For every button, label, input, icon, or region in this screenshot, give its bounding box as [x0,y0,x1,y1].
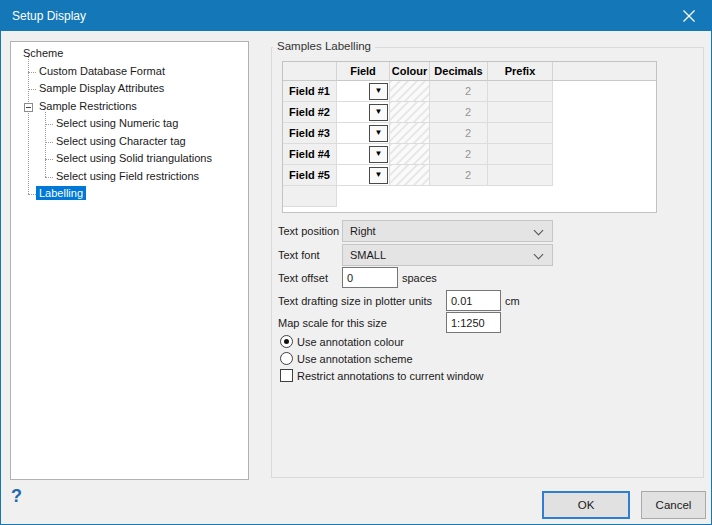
row-header: Field #4 [283,144,337,165]
chevron-down-icon [534,250,544,260]
tree-item-custom-database-format[interactable]: Custom Database Format [11,64,248,81]
colour-cell [390,165,430,186]
table-header-row: FieldColourDecimalsPrefix [283,62,656,81]
field-cell[interactable]: ▼ [337,165,390,186]
tree-item-select-using-character-tag[interactable]: Select using Character tag [11,134,248,151]
decimals-cell: 2 [430,165,488,186]
tree-item-label[interactable]: Select using Character tag [53,134,189,148]
tree-dash [45,159,53,160]
table-row: Field #4▼2 [283,144,656,165]
colour-cell [390,81,430,102]
colour-cell [390,123,430,144]
tree-dash [28,72,36,73]
use-annotation-scheme-radio[interactable] [280,352,293,365]
prefix-cell [488,144,553,165]
row-header: Field #2 [283,102,337,123]
tree-item-label[interactable]: Sample Restrictions [36,99,140,113]
close-button[interactable] [666,1,711,31]
colour-cell [390,144,430,165]
field-dropdown-button[interactable]: ▼ [369,146,388,163]
map-scale-label: Map scale for this size [278,317,387,329]
column-header [283,62,337,81]
table-row: Field #3▼2 [283,123,656,144]
tree-item-label[interactable]: Sample Display Attributes [36,81,167,95]
tree-item-label[interactable]: Custom Database Format [36,64,168,78]
tree-dash [45,177,53,178]
text-font-combobox[interactable]: SMALL [342,244,553,266]
close-icon [683,10,695,22]
tree-item-labelling[interactable]: Labelling [11,186,248,203]
decimals-cell: 2 [430,144,488,165]
map-scale-input[interactable] [446,312,501,333]
tree-item-select-using-numeric-tag[interactable]: Select using Numeric tag [11,116,248,133]
table-row: Field #1▼2 [283,81,656,102]
text-offset-input[interactable] [342,267,398,288]
scheme-tree-panel: SchemeCustom Database FormatSample Displ… [10,41,249,480]
table-row: Field #5▼2 [283,165,656,186]
text-offset-label: Text offset [278,272,328,284]
text-font-label: Text font [278,249,320,261]
tree-item-label[interactable]: Select using Numeric tag [53,116,181,130]
column-header: Colour [390,62,430,81]
text-offset-suffix: spaces [402,272,437,284]
text-position-value: Right [350,225,376,237]
fields-table[interactable]: FieldColourDecimalsPrefix Field #1▼2Fiel… [282,61,657,213]
table-row: Field #2▼2 [283,102,656,123]
text-position-combobox[interactable]: Right [342,220,553,242]
field-dropdown-button[interactable]: ▼ [369,104,388,121]
use-annotation-scheme-label[interactable]: Use annotation scheme [297,353,413,365]
prefix-cell [488,165,553,186]
tree-item-label[interactable]: Select using Field restrictions [53,169,202,183]
column-header: Field [337,62,390,81]
field-cell[interactable]: ▼ [337,81,390,102]
field-cell[interactable]: ▼ [337,102,390,123]
field-dropdown-button[interactable]: ▼ [369,83,388,100]
help-button[interactable]: ? [11,486,22,507]
ok-button[interactable]: OK [542,491,630,519]
tree-item-select-using-field-restrictions[interactable]: Select using Field restrictions [11,169,248,186]
tree-dash [45,124,53,125]
use-annotation-colour-radio[interactable] [280,335,293,348]
tree-item-label[interactable]: Scheme [20,46,66,60]
field-cell[interactable]: ▼ [337,144,390,165]
colour-cell [390,102,430,123]
titlebar: Setup Display [1,1,711,31]
field-dropdown-button[interactable]: ▼ [369,125,388,142]
column-header: Decimals [430,62,488,81]
chevron-down-icon [534,226,544,236]
table-stub-row [283,186,656,207]
prefix-cell [488,102,553,123]
prefix-cell [488,123,553,144]
tree-dash [28,194,36,195]
collapse-minus-icon[interactable] [24,103,33,112]
cancel-button[interactable]: Cancel [641,491,706,519]
field-cell[interactable]: ▼ [337,123,390,144]
drafting-size-label: Text drafting size in plotter units [278,295,432,307]
tree-item-label[interactable]: Labelling [36,186,86,200]
row-header: Field #5 [283,165,337,186]
window-title: Setup Display [1,9,86,23]
drafting-size-suffix: cm [505,295,520,307]
tree-item-sample-display-attributes[interactable]: Sample Display Attributes [11,81,248,98]
prefix-cell [488,81,553,102]
field-dropdown-button[interactable]: ▼ [369,167,388,184]
tree-item-select-using-solid-triangulations[interactable]: Select using Solid triangulations [11,151,248,168]
table-body: Field #1▼2Field #2▼2Field #3▼2Field #4▼2… [283,81,656,186]
drafting-size-input[interactable] [446,290,501,311]
header-filler [553,62,656,81]
tree-item-label[interactable]: Select using Solid triangulations [53,151,215,165]
decimals-cell: 2 [430,102,488,123]
tree-dash [28,89,36,90]
groupbox-title: Samples Labelling [273,40,375,52]
restrict-annotations-checkbox[interactable] [280,369,293,382]
text-position-label: Text position [278,225,339,237]
decimals-cell: 2 [430,123,488,144]
column-header: Prefix [488,62,553,81]
tree-dash [45,142,53,143]
use-annotation-colour-label[interactable]: Use annotation colour [297,336,404,348]
restrict-annotations-label[interactable]: Restrict annotations to current window [297,370,483,382]
tree-item-sample-restrictions[interactable]: Sample Restrictions [11,99,248,116]
tree-item-scheme[interactable]: Scheme [11,46,248,63]
row-header: Field #1 [283,81,337,102]
setup-display-dialog: Setup Display SchemeCustom Database Form… [0,0,712,525]
